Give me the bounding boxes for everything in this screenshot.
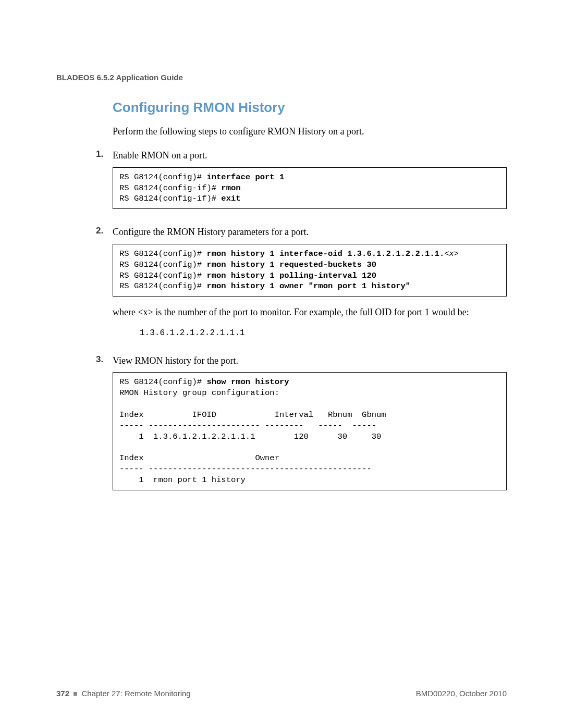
step-text: View RMON history for the port. xyxy=(113,354,507,367)
step-number: 3. xyxy=(96,354,113,500)
step-text: Enable RMON on a port. xyxy=(113,149,507,162)
code-line: ----- ----------------------- -------- -… xyxy=(119,421,376,430)
code-italic: <x> xyxy=(444,249,459,258)
code-block-1: RS G8124(config)# interface port 1 RS G8… xyxy=(113,167,507,209)
oid-text: 1.3.6.1.2.1.2.2.1.1.1 xyxy=(140,328,507,338)
code-line: RS G8124(config)# xyxy=(119,271,206,280)
code-bold: interface port 1 xyxy=(206,172,284,182)
code-bold: rmon xyxy=(221,183,240,193)
page-footer: 372 Chapter 27: Remote Monitoring BMD002… xyxy=(56,689,507,698)
code-line: 1 1.3.6.1.2.1.2.2.1.1.1 120 30 30 xyxy=(119,432,381,441)
where-text: where <x> is the number of the port to m… xyxy=(113,306,507,318)
footer-right: BMD00220, October 2010 xyxy=(416,689,507,698)
code-bold: rmon history 1 requested-buckets 30 xyxy=(206,260,376,269)
code-line: 1 rmon port 1 history xyxy=(119,475,246,485)
code-line: Index Owner xyxy=(119,453,279,463)
code-bold: rmon history 1 polling-interval 120 xyxy=(206,271,376,280)
code-bold: show rmon history xyxy=(206,377,289,387)
code-line: RS G8124(config-if)# xyxy=(119,183,221,193)
footer-left: 372 Chapter 27: Remote Monitoring xyxy=(56,689,191,698)
code-line: RS G8124(config)# xyxy=(119,249,206,258)
code-line: RS G8124(config)# xyxy=(119,377,206,387)
step-number: 1. xyxy=(96,149,113,218)
code-block-2: RS G8124(config)# rmon history 1 interfa… xyxy=(113,244,507,297)
code-bold: rmon history 1 interface-oid 1.3.6.1.2.1… xyxy=(206,249,444,258)
step-2: 2. Configure the RMON History parameters… xyxy=(96,226,507,347)
page-number: 372 xyxy=(56,689,69,698)
code-line: RS G8124(config)# xyxy=(119,260,206,269)
code-line: Index IFOID Interval Rbnum Gbnum xyxy=(119,410,386,419)
code-line: RS G8124(config)# xyxy=(119,172,206,182)
step-1: 1. Enable RMON on a port. RS G8124(confi… xyxy=(96,149,507,218)
step-3: 3. View RMON history for the port. RS G8… xyxy=(96,354,507,500)
section-title: Configuring RMON History xyxy=(113,100,507,116)
step-number: 2. xyxy=(96,226,113,347)
code-line: RMON History group configuration: xyxy=(119,388,279,398)
doc-header: BLADEOS 6.5.2 Application Guide xyxy=(56,73,507,82)
intro-text: Perform the following steps to configure… xyxy=(113,125,507,138)
step-text: Configure the RMON History parameters fo… xyxy=(113,226,507,238)
steps-list: 1. Enable RMON on a port. RS G8124(confi… xyxy=(96,149,507,500)
code-line: RS G8124(config)# xyxy=(119,281,206,291)
code-block-3: RS G8124(config)# show rmon history RMON… xyxy=(113,372,507,490)
square-bullet-icon xyxy=(74,692,77,696)
code-line: RS G8124(config-if)# xyxy=(119,194,221,203)
code-line: ----- ----------------------------------… xyxy=(119,464,372,474)
chapter-label: Chapter 27: Remote Monitoring xyxy=(81,689,190,698)
code-bold: rmon history 1 owner "rmon port 1 histor… xyxy=(206,281,410,291)
code-bold: exit xyxy=(221,194,240,203)
